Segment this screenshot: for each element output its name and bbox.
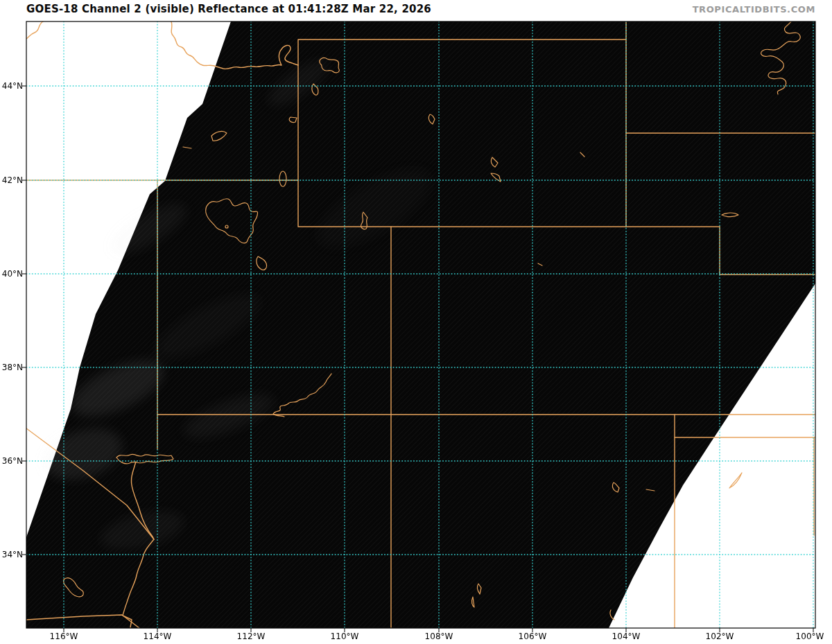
lat-label-36n: 36°N xyxy=(0,456,23,466)
lon-label-112w: 112°W xyxy=(229,632,273,641)
lon-label-110w: 110°W xyxy=(322,632,367,641)
lat-label-44n: 44°N xyxy=(0,81,23,91)
map-plot xyxy=(0,0,832,644)
lon-label-114w: 114°W xyxy=(135,632,180,641)
lon-label-104w: 104°W xyxy=(604,632,648,641)
lon-label-116w: 116°W xyxy=(42,632,86,641)
lat-label-34n: 34°N xyxy=(0,550,23,559)
lat-label-38n: 38°N xyxy=(0,363,23,372)
lon-label-102w: 102°W xyxy=(697,632,742,641)
satellite-map-page: GOES-18 Channel 2 (visible) Reflectance … xyxy=(0,0,832,644)
lat-label-42n: 42°N xyxy=(0,175,23,185)
lon-label-106w: 106°W xyxy=(510,632,555,641)
lat-label-40n: 40°N xyxy=(0,269,23,279)
lon-label-100w: 100°W xyxy=(788,632,832,641)
lon-label-108w: 108°W xyxy=(417,632,461,641)
